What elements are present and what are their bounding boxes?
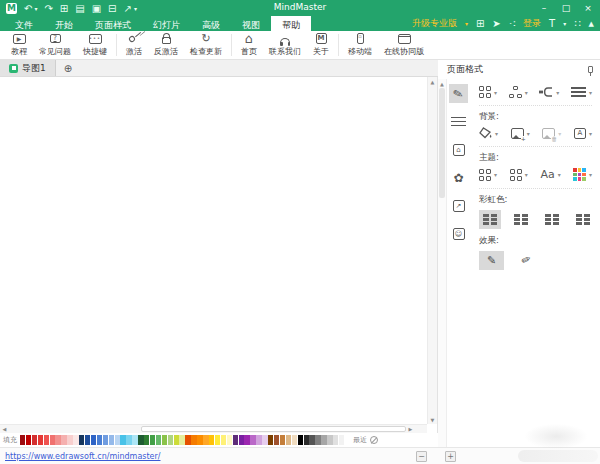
format-tab-button[interactable]: ✎ — [449, 84, 468, 103]
palette-swatch[interactable] — [103, 435, 108, 445]
edrawsoft-link[interactable]: https://www.edrawsoft.cn/mindmaster/ — [5, 452, 161, 461]
mobile-app-button[interactable]: ▫ 移动端 — [342, 31, 378, 59]
tab-view[interactable]: 视图 — [231, 16, 271, 31]
palette-swatch[interactable] — [174, 435, 179, 445]
palette-swatch[interactable] — [44, 435, 49, 445]
palette-swatch[interactable] — [215, 435, 220, 445]
palette-swatch[interactable] — [156, 435, 161, 445]
pin-icon[interactable] — [588, 66, 593, 73]
collapse-ribbon-icon[interactable]: ▲ — [589, 20, 594, 28]
rainbow-option-3-button[interactable] — [541, 210, 563, 229]
palette-swatch[interactable] — [309, 435, 314, 445]
palette-swatch[interactable] — [38, 435, 43, 445]
gift-icon[interactable]: ⊞ — [476, 18, 484, 29]
share-icon[interactable]: ∴ — [506, 20, 517, 26]
scroll-right-icon[interactable]: ▶ — [406, 425, 415, 433]
new-file-button[interactable]: ⊞ — [60, 3, 68, 14]
palette-swatch[interactable] — [221, 435, 226, 445]
effect-normal-button[interactable]: ✎ — [479, 251, 504, 270]
document-tab-mindmap1[interactable]: 导图1 — [0, 60, 56, 76]
palette-swatch[interactable] — [185, 435, 190, 445]
palette-swatch[interactable] — [268, 435, 273, 445]
mindmap-canvas[interactable]: ▲ ▼ ◀ ▶ — [0, 77, 438, 433]
effect-sketch-button[interactable]: ✐ — [513, 251, 538, 270]
palette-swatch[interactable] — [315, 435, 320, 445]
palette-swatch[interactable] — [262, 435, 267, 445]
tab-home[interactable]: 开始 — [44, 16, 84, 31]
palette-swatch[interactable] — [50, 435, 55, 445]
palette-swatch[interactable] — [197, 435, 202, 445]
faq-button[interactable]: ? 常见问题 — [33, 31, 77, 59]
add-tab-button[interactable]: ⊕ — [64, 63, 72, 74]
theme-font-button[interactable]: Aa▾ — [540, 168, 560, 181]
panel-scroll-thumb[interactable] — [439, 88, 445, 198]
layout-button[interactable]: ▾ — [479, 86, 497, 98]
panel-scroll-up-icon[interactable]: ▲ — [438, 79, 446, 88]
clipart-tab-button[interactable]: ✿ — [449, 168, 468, 187]
homepage-button[interactable]: ⌂ 首页 — [235, 31, 263, 59]
upgrade-dropdown-icon[interactable]: ▾ — [465, 20, 468, 27]
palette-swatch[interactable] — [132, 435, 137, 445]
minimize-button[interactable]: – — [534, 1, 554, 15]
palette-swatch[interactable] — [256, 435, 261, 445]
shortcuts-button[interactable]: ••• 快捷键 — [77, 31, 113, 59]
palette-swatch[interactable] — [339, 435, 344, 445]
palette-swatch[interactable] — [144, 435, 149, 445]
palette-swatch[interactable] — [79, 435, 84, 445]
theme-style-button[interactable]: ▾ — [510, 169, 528, 181]
background-color-button[interactable]: ▾ — [479, 127, 498, 139]
palette-swatch[interactable] — [209, 435, 214, 445]
palette-swatch[interactable] — [126, 435, 131, 445]
panel-scrollbar[interactable]: ▲ — [438, 79, 447, 447]
skin-icon[interactable]: T — [549, 18, 555, 29]
task-info-tab-button[interactable]: ☺ — [449, 224, 468, 243]
palette-swatch[interactable] — [292, 435, 297, 445]
background-image-button[interactable]: +▾ — [511, 128, 530, 139]
palette-swatch[interactable] — [250, 435, 255, 445]
palette-swatch[interactable] — [333, 435, 338, 445]
check-update-button[interactable]: ↻ 检查更新 — [184, 31, 228, 59]
remove-background-button[interactable]: 🗑▾ — [542, 128, 561, 139]
palette-swatch[interactable] — [162, 435, 167, 445]
contact-us-button[interactable]: 联系我们 — [263, 31, 307, 59]
tutorial-button[interactable]: ▶ 教程 — [5, 31, 33, 59]
palette-swatch[interactable] — [67, 435, 72, 445]
rainbow-option-1-button[interactable] — [479, 210, 501, 229]
promotion-icon[interactable]: ➤ — [492, 18, 500, 29]
export-button[interactable]: ↗ — [123, 3, 131, 14]
outline-tab-button[interactable] — [449, 112, 468, 131]
palette-swatch[interactable] — [150, 435, 155, 445]
undo-button[interactable]: ↶ — [24, 3, 32, 14]
palette-swatch[interactable] — [321, 435, 326, 445]
save-button[interactable]: ▣ — [92, 3, 101, 14]
maximize-button[interactable]: □ — [556, 1, 576, 15]
palette-swatch[interactable] — [239, 435, 244, 445]
deactivate-button[interactable]: 反激活 — [148, 31, 184, 59]
structure-button[interactable]: ▾ — [509, 86, 528, 98]
scroll-down-icon[interactable]: ▼ — [428, 415, 437, 424]
palette-swatch[interactable] — [327, 435, 332, 445]
horizontal-scrollbar[interactable]: ◀ ▶ — [0, 424, 427, 433]
palette-swatch[interactable] — [280, 435, 285, 445]
activate-button[interactable]: 激活 — [120, 31, 148, 59]
palette-swatch[interactable] — [32, 435, 37, 445]
palette-swatch[interactable] — [115, 435, 120, 445]
theme-color-button[interactable]: ▾ — [573, 168, 592, 181]
palette-swatch[interactable] — [91, 435, 96, 445]
palette-swatch[interactable] — [109, 435, 114, 445]
print-button[interactable]: ⊟ — [108, 3, 116, 14]
watermark-button[interactable]: A▾ — [574, 128, 592, 139]
palette-swatch[interactable] — [191, 435, 196, 445]
skin-dropdown-icon[interactable]: ▾ — [563, 20, 566, 27]
palette-swatch[interactable] — [304, 435, 309, 445]
palette-swatch[interactable] — [61, 435, 66, 445]
palette-swatch[interactable] — [203, 435, 208, 445]
palette-swatch[interactable] — [20, 435, 25, 445]
scroll-up-icon[interactable]: ▲ — [428, 77, 437, 86]
rainbow-option-2-button[interactable] — [510, 210, 532, 229]
palette-swatch[interactable] — [138, 435, 143, 445]
rainbow-option-4-button[interactable] — [572, 210, 594, 229]
frame-tab-button[interactable]: ⌂ — [449, 140, 468, 159]
upgrade-button[interactable]: 升级专业版 — [412, 17, 457, 30]
palette-swatch[interactable] — [179, 435, 184, 445]
